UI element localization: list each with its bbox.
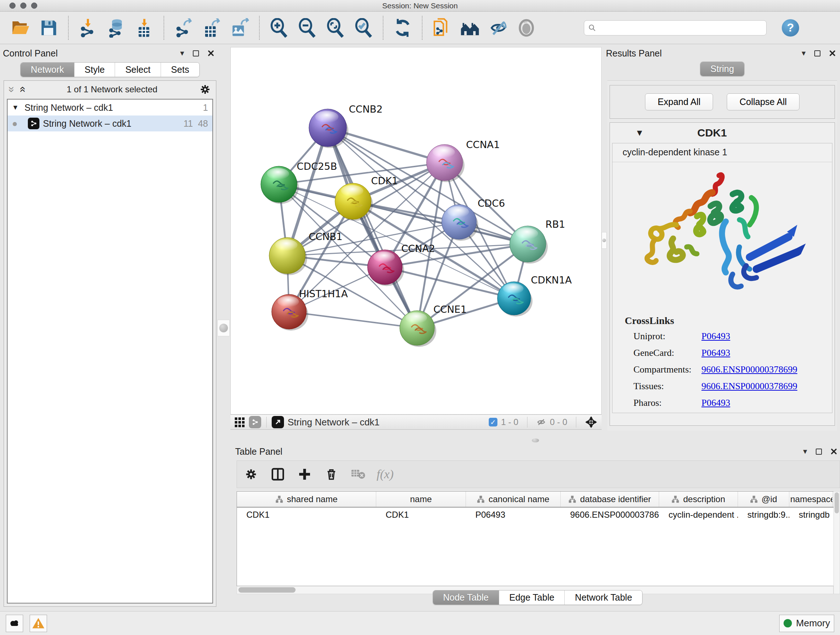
zoom-out-icon[interactable] [297,17,317,38]
crosslink-link[interactable]: 9606.ENSP00000378699 [701,364,797,375]
crosslink-link[interactable]: P06493 [701,397,730,409]
export-network-icon[interactable] [173,17,194,38]
column-header[interactable]: description [659,492,738,507]
table-cell[interactable]: stringdb [789,508,833,522]
zoom-selected-icon[interactable] [353,17,374,38]
tab-sets[interactable]: Sets [161,63,199,77]
export-image-icon[interactable] [229,17,250,38]
collapse-all-icon[interactable]: » [8,87,16,93]
panel-float-icon[interactable] [814,50,821,57]
tab-network[interactable]: Network [21,63,74,77]
help-button[interactable]: ? [782,19,799,36]
column-header[interactable]: shared name [237,492,376,507]
network-row[interactable]: ● String Network – cdk1 11 48 [8,116,212,131]
crosslink-link[interactable]: 9606.ENSP00000378699 [701,381,797,392]
network-node-CCNA1[interactable] [426,144,464,182]
network-node-CDC25B[interactable] [261,166,299,204]
table-row[interactable]: CDK1CDK1P064939606.ENSP00000378699cyclin… [237,508,840,522]
delete-column-icon[interactable] [323,466,340,483]
import-network-icon[interactable] [77,17,98,38]
network-collection-row[interactable]: ▼ String Network – cdk1 1 [8,100,212,116]
birdseye-toggle-icon[interactable] [585,416,597,428]
network-edge[interactable] [289,312,417,328]
network-node-HIST1H1A[interactable] [272,295,308,331]
panel-close-icon[interactable] [829,50,836,57]
zoom-in-icon[interactable] [268,17,289,38]
network-node-CDC6[interactable] [442,204,478,241]
column-header[interactable]: canonical name [466,492,561,507]
current-network-dot-icon: ● [12,118,18,129]
panel-menu-icon[interactable]: ▾ [180,49,184,58]
string-import-icon[interactable] [431,17,452,38]
column-header[interactable]: database identifier [561,492,659,507]
search-input[interactable] [600,23,763,33]
panel-menu-icon[interactable]: ▾ [802,49,806,58]
left-splitter-handle[interactable] [218,320,230,336]
table-cell[interactable]: cyclin-dependent ... [659,508,738,522]
panel-close-icon[interactable] [208,50,214,57]
protein-description: cyclin-dependent kinase 1 [613,143,832,162]
panel-float-icon[interactable] [816,448,822,455]
grid-view-icon[interactable] [235,417,245,427]
table-cell[interactable]: stringdb:9... [738,508,789,522]
tab-select[interactable]: Select [115,63,160,77]
panel-menu-icon[interactable]: ▾ [803,447,807,456]
panel-float-icon[interactable] [193,50,199,57]
column-header-label: namespace [790,494,833,504]
memory-button[interactable]: Memory [779,615,834,632]
scrollbar-thumb[interactable] [835,492,839,513]
expand-all-button[interactable]: Expand All [645,93,713,111]
show-columns-icon[interactable] [270,466,286,483]
tab-node-table[interactable]: Node Table [433,591,499,605]
network-node-CDK1[interactable] [335,183,373,221]
network-node-RB1[interactable] [510,226,548,264]
collection-expand-icon[interactable]: ▼ [12,103,19,111]
import-table-icon[interactable] [134,17,155,38]
table-cell[interactable]: CDK1 [376,508,466,522]
network-node-CCNA2[interactable] [368,250,404,286]
column-header[interactable]: namespace [789,492,833,507]
table-cell[interactable]: CDK1 [237,508,376,522]
homologs-icon[interactable] [459,17,480,38]
crosslink-link[interactable]: P06493 [701,348,730,358]
network-options-gear-icon[interactable] [199,84,211,95]
detach-view-icon[interactable] [272,416,284,428]
tab-style[interactable]: Style [74,63,115,77]
horizontal-splitter-handle[interactable] [532,439,539,442]
hide-glass-eye-icon[interactable] [488,17,508,38]
network-node-CDKN1A[interactable] [497,282,532,317]
import-network-database-icon[interactable] [106,17,126,38]
table-options-gear-icon[interactable] [243,466,259,483]
table-cell[interactable]: 9606.ENSP00000378699 [561,508,659,522]
crosslink-link[interactable]: P06493 [701,331,730,342]
expand-all-icon[interactable]: » [18,87,25,93]
zoom-fit-icon[interactable] [325,17,346,38]
table-vertical-scrollbar[interactable] [834,491,840,594]
panel-close-icon[interactable] [831,448,837,455]
column-header[interactable]: @id [738,492,789,507]
tab-string[interactable]: String [700,62,744,76]
column-header[interactable]: name [376,492,466,507]
show-eye-icon[interactable] [516,17,537,38]
open-session-icon[interactable] [10,17,31,38]
selected-indicator-checkbox[interactable]: ✓ [489,418,497,426]
export-table-icon[interactable] [201,17,222,38]
function-builder-icon[interactable]: f(x) [377,467,393,481]
network-canvas[interactable]: CCNB2CCNA1CDC25BCDK1CDC6RB1CCNB1CCNA2CDK… [231,47,602,415]
refresh-icon[interactable] [392,17,413,38]
collapse-all-button[interactable]: Collapse All [727,93,799,111]
create-column-icon[interactable] [296,466,313,483]
crosslinks-title: CrossLinks [613,309,832,328]
save-session-icon[interactable] [38,17,59,38]
table-cell[interactable]: P06493 [466,508,561,522]
warnings-button[interactable] [30,615,47,632]
network-overview-icon[interactable] [249,416,261,428]
crosslink-row: Pharos:P06493 [613,394,832,411]
protein-collapse-icon[interactable]: ▼ [635,128,644,138]
network-node-CCNE1[interactable] [400,310,436,347]
tab-network-table[interactable]: Network Table [564,591,642,605]
selected-counts: 1 - 0 [501,417,518,427]
tab-edge-table[interactable]: Edge Table [499,591,565,605]
cloud-status-button[interactable] [6,615,23,632]
delete-table-icon[interactable] [350,466,366,483]
